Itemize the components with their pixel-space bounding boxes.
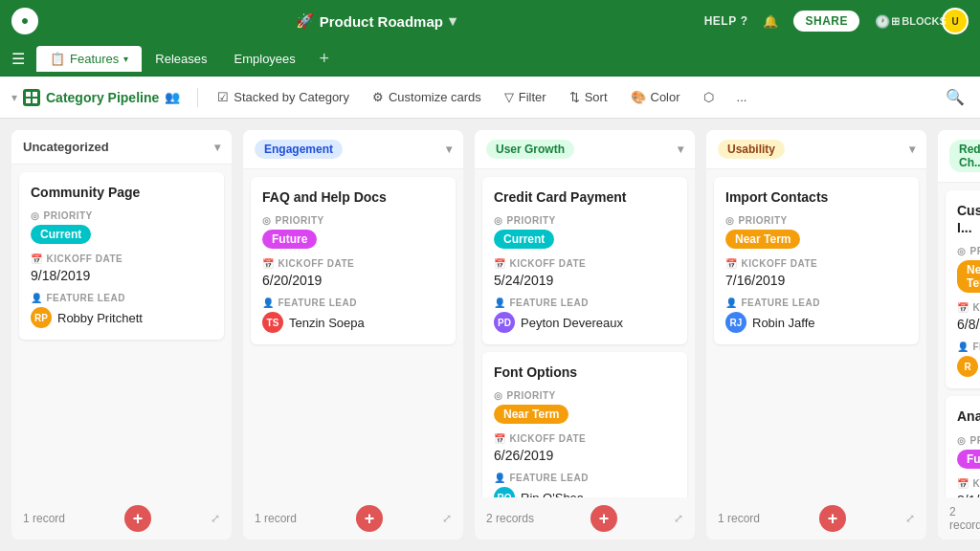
column-footer-engagement: 1 record+⤢ (243, 497, 463, 540)
column-chevron-usability[interactable]: ▾ (909, 143, 915, 156)
column-tag-reduce-churn: Reduce Ch... (949, 140, 980, 172)
lead-name: Rin O'Shea (521, 491, 584, 497)
color-btn[interactable]: 🎨 Color (621, 85, 690, 109)
tab-employees[interactable]: Employees (221, 46, 309, 72)
view-name-label[interactable]: Category Pipeline (46, 90, 159, 105)
column-header-usability: Usability▾ (706, 130, 926, 169)
kickoff-date: 6/26/2019 (494, 448, 676, 463)
column-footer-reduce-churn: 2 records+⤢ (938, 497, 980, 540)
svg-rect-4 (33, 99, 37, 103)
kickoff-date: 6/8/2019 (957, 317, 980, 332)
card-title: Community Page (31, 184, 212, 201)
priority-field: ◎ PRIORITY Current (494, 215, 676, 249)
lead-avatar: RJ (725, 312, 746, 333)
kickoff-field: 📅 KICKOFF DATE 6/26/2019 (494, 433, 676, 463)
add-card-button[interactable]: + (124, 505, 151, 532)
column-reduce-churn: Reduce Ch...▾ Custom I... ◎ PRIORITY Nea… (938, 130, 980, 540)
card-uncategorized-0[interactable]: Community Page ◎ PRIORITY Current 📅 KICK… (19, 172, 224, 340)
kickoff-field: 📅 KICKOFF 6/8/2019 (957, 302, 980, 332)
tab-releases[interactable]: Releases (142, 46, 220, 72)
add-card-button[interactable]: + (819, 505, 846, 532)
svg-rect-2 (33, 92, 37, 97)
blocks-button[interactable]: ⊞ BLOCKS (905, 8, 932, 34)
toolbar-separator-1 (197, 88, 198, 107)
more-options-btn[interactable]: ... (727, 85, 757, 109)
lead-avatar: RP (31, 307, 52, 328)
lead-info: PD Peyton Devereaux (494, 312, 676, 333)
kickoff-field: 📅 KICKOFF DATE 9/18/2019 (31, 253, 212, 283)
lead-field: 👤 FEATURE LEAD RJ Robin Jaffe (725, 298, 907, 333)
priority-field: ◎ PRIORITY Future (262, 215, 444, 249)
column-body-usability: Import Contacts ◎ PRIORITY Near Term 📅 K… (706, 169, 926, 497)
column-chevron-engagement[interactable]: ▾ (446, 143, 452, 156)
filter-btn[interactable]: ▽ Filter (495, 85, 556, 109)
view-type-icon (23, 89, 40, 106)
lead-info: R Robby (957, 356, 980, 377)
svg-rect-3 (26, 99, 31, 103)
group-icon[interactable]: 👥 (165, 90, 180, 104)
card-title: Credit Card Payment (494, 188, 676, 206)
lead-avatar: PD (494, 312, 515, 333)
share-view-btn[interactable]: ⬡ (694, 85, 724, 109)
lead-info: TS Tenzin Soepa (262, 312, 444, 333)
kickoff-field: 📅 KICKOFF DATE 7/16/2019 (725, 258, 907, 288)
record-count: 1 record (718, 512, 760, 525)
column-chevron-user-growth[interactable]: ▾ (678, 143, 683, 156)
search-icon[interactable]: 🔍 (942, 84, 969, 111)
priority-badge: Future (957, 450, 980, 469)
column-body-uncategorized: Community Page ◎ PRIORITY Current 📅 KICK… (11, 165, 232, 497)
column-header-user-growth: User Growth▾ (475, 130, 695, 169)
sort-btn[interactable]: ⇅ Sort (560, 85, 617, 109)
lead-info: RP Robby Pritchett (31, 307, 212, 328)
kickoff-date: 6/20/2019 (262, 273, 444, 288)
lead-field: 👤 FEATURE LEAD TS Tenzin Soepa (262, 298, 444, 333)
column-chevron-uncategorized[interactable]: ▾ (214, 141, 220, 154)
notifications-icon[interactable]: 🔔 (757, 8, 784, 34)
expand-icon[interactable]: ⤢ (674, 512, 683, 525)
customize-cards-btn[interactable]: ⚙ Customize cards (363, 85, 491, 109)
column-footer-usability: 1 record+⤢ (706, 497, 926, 540)
share-button[interactable]: SHARE (793, 11, 859, 32)
card-user-growth-0[interactable]: Credit Card Payment ◎ PRIORITY Current 📅… (482, 177, 687, 344)
kickoff-date: 5/24/2019 (494, 273, 676, 288)
column-uncategorized: Uncategorized▾ Community Page ◎ PRIORITY… (11, 130, 232, 540)
card-user-growth-1[interactable]: Font Options ◎ PRIORITY Near Term 📅 KICK… (482, 352, 687, 497)
kickoff-field: 📅 KICKOFF 8/1/2019 (957, 478, 980, 497)
card-title: Analytics... (957, 408, 980, 425)
expand-icon[interactable]: ⤢ (442, 512, 452, 525)
expand-icon[interactable]: ⤢ (211, 512, 220, 525)
tab-features[interactable]: 📋 Features ▾ (36, 46, 142, 72)
lead-avatar: R (957, 356, 978, 377)
card-engagement-0[interactable]: FAQ and Help Docs ◎ PRIORITY Future 📅 KI… (251, 177, 456, 344)
priority-field: ◎ PRIORITY Near Term (725, 215, 907, 249)
column-body-engagement: FAQ and Help Docs ◎ PRIORITY Future 📅 KI… (243, 169, 463, 497)
priority-badge: Current (31, 225, 91, 244)
expand-icon[interactable]: ⤢ (905, 512, 915, 525)
lead-name: Tenzin Soepa (289, 316, 365, 330)
stacked-by-category-btn[interactable]: ☑ Stacked by Category (208, 85, 359, 109)
kickoff-field: 📅 KICKOFF DATE 6/20/2019 (262, 258, 444, 288)
lead-avatar: RO (494, 487, 515, 497)
kanban-board: Uncategorized▾ Community Page ◎ PRIORITY… (0, 119, 980, 551)
add-card-button[interactable]: + (590, 505, 617, 532)
priority-badge: Near Ter... (957, 260, 980, 293)
column-label-uncategorized: Uncategorized (23, 140, 109, 154)
card-reduce-churn-1[interactable]: Analytics... ◎ PRIORITY Future 📅 KICKOFF… (946, 396, 980, 497)
hamburger-menu[interactable]: ☰ (8, 46, 29, 72)
app-logo[interactable] (11, 8, 38, 34)
priority-badge: Current (494, 230, 554, 249)
column-usability: Usability▾ Import Contacts ◎ PRIORITY Ne… (706, 130, 926, 540)
lead-info: RJ Robin Jaffe (725, 312, 907, 333)
record-count: 1 record (23, 512, 65, 525)
card-usability-0[interactable]: Import Contacts ◎ PRIORITY Near Term 📅 K… (714, 177, 919, 344)
add-card-button[interactable]: + (356, 505, 383, 532)
card-title: Custom I... (957, 202, 980, 236)
card-title: Import Contacts (725, 188, 907, 206)
tab-bar: ☰ 📋 Features ▾ Releases Employees + (0, 42, 980, 77)
help-button[interactable]: HELP ? (704, 14, 748, 28)
column-footer-uncategorized: 1 record+⤢ (11, 497, 232, 540)
add-tab-button[interactable]: + (313, 48, 336, 71)
lead-info: RO Rin O'Shea (494, 487, 676, 497)
card-reduce-churn-0[interactable]: Custom I... ◎ PRIORITY Near Ter... 📅 KIC… (946, 190, 980, 388)
lead-avatar: TS (262, 312, 283, 333)
